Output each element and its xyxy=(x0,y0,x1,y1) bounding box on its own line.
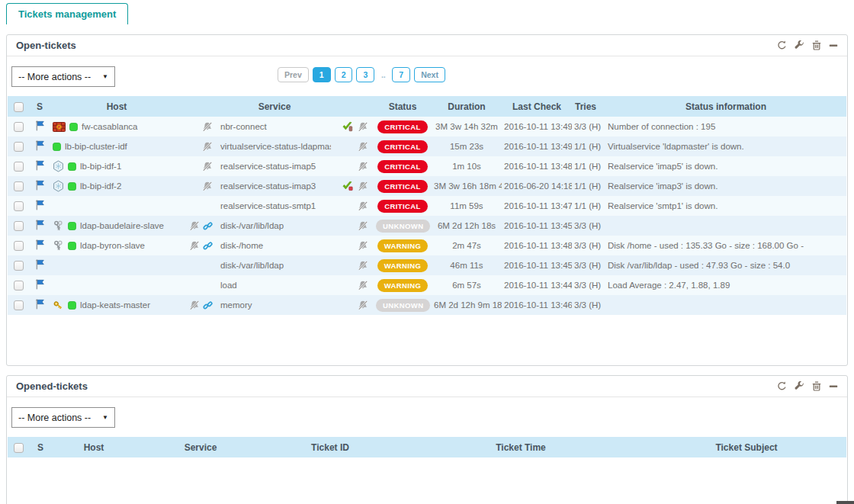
row-checkbox[interactable] xyxy=(14,261,24,271)
row-checkbox[interactable] xyxy=(14,221,24,231)
row-checkbox[interactable] xyxy=(14,181,24,191)
service-name[interactable]: disk-/var/lib/ldap xyxy=(220,221,284,230)
pagination-next-button[interactable]: Next xyxy=(414,67,445,82)
tries-value: 1/1 (H) xyxy=(574,142,601,151)
column-service: Service xyxy=(218,96,331,117)
collapse-icon[interactable] xyxy=(829,381,838,391)
tries-value: 3/3 (H) xyxy=(574,300,601,310)
column-ticket-id: Ticket ID xyxy=(265,437,395,457)
flag-icon[interactable] xyxy=(34,299,45,310)
flag-icon[interactable] xyxy=(34,279,45,290)
row-checkbox[interactable] xyxy=(14,281,24,291)
row-checkbox[interactable] xyxy=(14,300,24,310)
ticket-row: ldap-keats-mastermemoryUNKNOWN6M 2d 12h … xyxy=(8,295,846,315)
notifications-off-icon xyxy=(358,142,368,152)
flag-icon[interactable] xyxy=(34,160,45,171)
pagination-prev-button[interactable]: Prev xyxy=(278,67,309,82)
row-checkbox[interactable] xyxy=(14,162,24,172)
service-name[interactable]: realservice-status-imap3 xyxy=(220,181,316,191)
notifications-off-icon xyxy=(189,221,200,231)
status-badge: WARNING xyxy=(377,259,429,272)
flag-icon[interactable] xyxy=(34,140,45,151)
trash-icon[interactable] xyxy=(812,40,821,50)
key-icon xyxy=(53,300,64,311)
status-badge: WARNING xyxy=(377,279,429,292)
pagination-page-2[interactable]: 2 xyxy=(335,67,353,82)
flag-icon[interactable] xyxy=(34,259,45,270)
tab-tickets-management[interactable]: Tickets management xyxy=(6,3,128,24)
service-name[interactable]: nbr-connect xyxy=(220,122,267,131)
link-icon[interactable] xyxy=(203,300,213,310)
service-name[interactable]: virtualservice-status-ldapmaster xyxy=(220,142,331,151)
status-information-value: Number of connection : 195 xyxy=(608,122,715,131)
refresh-icon[interactable] xyxy=(777,40,787,50)
link-icon[interactable] xyxy=(203,221,213,231)
host-name[interactable]: ldap-keats-master xyxy=(80,300,150,310)
flag-icon[interactable] xyxy=(34,220,45,230)
trash-icon[interactable] xyxy=(812,381,821,391)
notifications-off-icon xyxy=(358,221,368,231)
duration-value: 6m 57s xyxy=(452,281,481,290)
notifications-off-icon xyxy=(358,181,368,191)
status-badge: WARNING xyxy=(377,239,429,252)
row-checkbox[interactable] xyxy=(14,201,24,211)
host-up-icon xyxy=(68,222,76,230)
last-check-value: 2016-10-11 13:49:06 xyxy=(504,122,572,131)
row-checkbox[interactable] xyxy=(14,122,24,132)
status-information-value: Realservice 'smtp1' is down. xyxy=(608,201,718,210)
host-name[interactable]: ldap-byron-slave xyxy=(80,241,145,250)
flag-icon[interactable] xyxy=(34,239,45,250)
pagination-page-7[interactable]: 7 xyxy=(392,67,410,82)
duration-value: 6M 2d 12h 18s xyxy=(438,221,496,230)
caret-down-icon: ▼ xyxy=(102,414,108,421)
pagination-page-3[interactable]: 3 xyxy=(356,67,374,82)
host-name[interactable]: lb-bip-idf-1 xyxy=(80,162,121,171)
select-all-checkbox[interactable] xyxy=(14,102,24,112)
service-name[interactable]: realservice-status-smtp1 xyxy=(220,201,316,210)
service-name[interactable]: load xyxy=(220,281,237,290)
more-actions-select[interactable]: -- More actions -- ▼ xyxy=(11,66,115,87)
more-actions-select[interactable]: -- More actions -- ▼ xyxy=(11,407,115,428)
wrench-icon[interactable] xyxy=(795,40,804,50)
flag-icon[interactable] xyxy=(34,200,45,210)
horizontal-scrollbar-thumb[interactable] xyxy=(836,501,854,504)
row-checkbox[interactable] xyxy=(14,241,24,251)
tries-value: 3/3 (H) xyxy=(574,122,601,131)
row-checkbox[interactable] xyxy=(14,142,24,152)
refresh-icon[interactable] xyxy=(777,381,787,391)
column-s: S xyxy=(29,437,52,457)
select-all-checkbox[interactable] xyxy=(14,443,24,453)
more-actions-label: -- More actions -- xyxy=(18,72,91,82)
host-name[interactable]: fw-casablanca xyxy=(82,122,138,131)
last-check-value: 2016-10-11 13:45:25 xyxy=(504,221,572,230)
link-icon[interactable] xyxy=(203,241,213,251)
service-name[interactable]: disk-/var/lib/ldap xyxy=(220,261,284,270)
flag-icon[interactable] xyxy=(34,180,45,191)
column-status: Status xyxy=(374,96,432,117)
host-up-icon xyxy=(53,143,61,151)
notifications-off-icon xyxy=(358,122,368,132)
duration-value: 46m 11s xyxy=(450,261,483,270)
service-name[interactable]: realservice-status-imap5 xyxy=(220,162,316,171)
status-information-value: Realservice 'imap3' is down. xyxy=(608,181,718,191)
service-name[interactable]: memory xyxy=(220,300,252,310)
host-name[interactable]: lb-bip-idf-2 xyxy=(80,181,121,191)
host-name[interactable]: ldap-baudelaire-slave xyxy=(80,221,164,230)
keys-icon xyxy=(53,240,64,252)
host-up-icon xyxy=(68,182,76,191)
column-status-information: Status information xyxy=(605,96,846,117)
column-host: Host xyxy=(50,96,183,117)
status-badge: CRITICAL xyxy=(377,120,428,133)
host-up-icon xyxy=(68,301,76,310)
table-header-row: S Host Service Status Duration Last Chec… xyxy=(8,96,846,117)
wrench-icon[interactable] xyxy=(795,381,804,391)
pagination-page-1[interactable]: 1 xyxy=(313,67,331,82)
flag-icon[interactable] xyxy=(34,120,45,131)
ticket-row: fw-casablancanbr-connectCRITICAL3M 3w 14… xyxy=(8,117,846,136)
collapse-icon[interactable] xyxy=(829,40,838,50)
service-name[interactable]: disk-/home xyxy=(220,241,263,250)
ticket-row: loadWARNING6m 57s2016-10-11 13:44:393/3 … xyxy=(8,275,846,295)
tries-value: 3/3 (H) xyxy=(574,261,601,270)
last-check-value: 2016-10-11 13:48:26 xyxy=(504,162,572,171)
host-name[interactable]: lb-bip-cluster-idf xyxy=(65,142,127,151)
